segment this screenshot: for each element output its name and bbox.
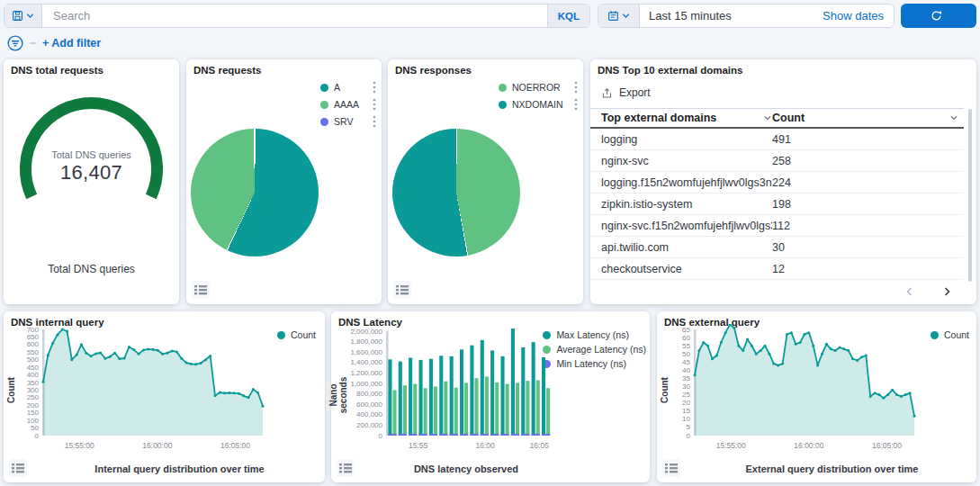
- svg-text:300: 300: [27, 386, 40, 394]
- legend-item[interactable]: NOERROR: [499, 81, 578, 94]
- legend-label: Average Latency (ns): [556, 344, 646, 355]
- legend-toggle-button[interactable]: [192, 281, 210, 299]
- chart-legend: Count: [277, 329, 316, 340]
- legend-item[interactable]: A: [320, 81, 376, 94]
- next-page-icon[interactable]: [943, 286, 951, 297]
- gauge-label: Total DNS queries: [4, 149, 179, 160]
- svg-text:600,000: 600,000: [356, 400, 382, 409]
- legend-color-dot: [320, 101, 328, 109]
- svg-text:700: 700: [27, 326, 40, 334]
- legend-item[interactable]: Count: [931, 329, 969, 340]
- prev-page-icon[interactable]: [905, 286, 913, 297]
- svg-text:450: 450: [27, 364, 40, 372]
- legend-more-icon[interactable]: [574, 98, 578, 111]
- legend-item[interactable]: NXDOMAIN: [499, 98, 578, 111]
- gauge-caption: Total DNS queries: [4, 263, 179, 275]
- filter-icon[interactable]: [7, 35, 23, 51]
- panel-dns-requests: DNS requests A AAAA SRV: [186, 59, 382, 304]
- x-axis-caption: Internal query distribution over time: [4, 464, 325, 474]
- export-label: Export: [619, 86, 651, 99]
- svg-text:60: 60: [682, 334, 690, 342]
- internal-query-area-chart: 0501001502002503003504004505005506006507…: [18, 324, 268, 459]
- table-scrollbar[interactable]: [968, 109, 972, 282]
- table-row: zipkin.istio-system 198: [590, 194, 964, 215]
- kql-language-button[interactable]: KQL: [547, 4, 589, 27]
- legend-more-icon[interactable]: [373, 98, 376, 111]
- legend-item[interactable]: Average Latency (ns): [543, 344, 646, 355]
- panel-dns-external-query: DNS external query Count Count 051015202…: [657, 311, 976, 482]
- panel-dns-total-requests: DNS total requests Total DNS queries 16,…: [4, 59, 179, 304]
- domain-cell: zipkin.istio-system: [590, 198, 772, 211]
- date-quick-select-button[interactable]: [598, 4, 640, 27]
- gauge-value: 16,407: [4, 161, 179, 184]
- table-row: nginx-svc 258: [590, 150, 964, 172]
- search-input[interactable]: [42, 4, 547, 27]
- time-range-value[interactable]: Last 15 minutes: [640, 4, 732, 27]
- legend-color-dot: [499, 101, 507, 109]
- count-cell: 12: [772, 263, 964, 275]
- date-picker: Last 15 minutes Show dates: [598, 4, 895, 28]
- x-axis-caption: DNS latency observed: [331, 464, 601, 474]
- gauge-center-text: Total DNS queries 16,407: [4, 149, 179, 184]
- legend-more-icon[interactable]: [373, 115, 376, 128]
- svg-text:550: 550: [27, 348, 40, 356]
- count-cell: 491: [772, 133, 964, 146]
- legend-more-icon[interactable]: [373, 81, 376, 94]
- domain-cell: api.twilio.com: [590, 241, 772, 254]
- pie-legend: NOERROR NXDOMAIN: [499, 81, 578, 111]
- svg-text:50: 50: [682, 350, 690, 358]
- count-cell: 258: [772, 155, 964, 167]
- sort-chevron-icon: [763, 113, 772, 122]
- legend-list-icon: [665, 463, 678, 473]
- svg-text:10: 10: [682, 415, 690, 423]
- legend-color-dot: [320, 84, 328, 92]
- svg-text:16:05:00: 16:05:00: [220, 441, 250, 450]
- panel-top-external-domains: DNS Top 10 external domains Export Top e…: [590, 59, 976, 304]
- legend-more-icon[interactable]: [574, 81, 578, 94]
- domain-cell: checkoutservice: [590, 263, 772, 275]
- count-cell: 112: [772, 220, 964, 232]
- svg-text:600: 600: [27, 340, 40, 348]
- svg-text:100: 100: [27, 417, 40, 425]
- export-icon: [601, 87, 613, 99]
- column-label: Top external domains: [601, 112, 716, 124]
- legend-toggle-button[interactable]: [662, 459, 680, 477]
- domain-cell: logging: [590, 133, 772, 146]
- column-header-count[interactable]: Count: [772, 112, 964, 124]
- svg-text:40: 40: [682, 366, 690, 374]
- svg-text:15:55:00: 15:55:00: [65, 441, 94, 450]
- legend-item[interactable]: AAAA: [320, 98, 376, 111]
- legend-list-icon: [194, 284, 207, 295]
- svg-text:0: 0: [379, 432, 383, 440]
- legend-item[interactable]: Count: [277, 329, 316, 340]
- saved-query-menu-button[interactable]: [4, 4, 42, 27]
- legend-label: Max Latency (ns): [556, 329, 629, 340]
- legend-color-dot: [499, 84, 507, 92]
- show-dates-link[interactable]: Show dates: [823, 4, 894, 27]
- legend-toggle-button[interactable]: [9, 459, 27, 477]
- table-row: logging.f15n2womfujehfjlwv0lgs3nog.... 2…: [590, 172, 964, 194]
- export-button[interactable]: Export: [601, 86, 651, 99]
- legend-toggle-button[interactable]: [393, 281, 411, 299]
- table-header: Top external domains Count: [590, 108, 964, 129]
- column-header-domains[interactable]: Top external domains: [590, 112, 772, 124]
- dns-requests-pie-chart[interactable]: [191, 129, 319, 256]
- svg-text:45: 45: [682, 358, 690, 366]
- legend-item[interactable]: SRV: [320, 115, 376, 128]
- add-filter-button[interactable]: + Add filter: [42, 37, 101, 50]
- legend-label: SRV: [334, 116, 353, 127]
- svg-text:5: 5: [687, 423, 691, 431]
- svg-text:250: 250: [27, 393, 40, 401]
- legend-list-icon: [396, 284, 409, 295]
- count-cell: 198: [772, 198, 964, 211]
- refresh-button[interactable]: [901, 4, 976, 28]
- legend-list-icon: [339, 463, 352, 473]
- legend-color-dot: [320, 118, 328, 126]
- svg-text:1,000,000: 1,000,000: [350, 380, 382, 388]
- dns-responses-pie-chart[interactable]: [392, 129, 520, 256]
- count-cell: 30: [772, 241, 964, 254]
- legend-toggle-button[interactable]: [337, 459, 355, 477]
- column-label: Count: [772, 112, 805, 124]
- save-icon: [12, 10, 23, 22]
- pagination: [905, 286, 951, 297]
